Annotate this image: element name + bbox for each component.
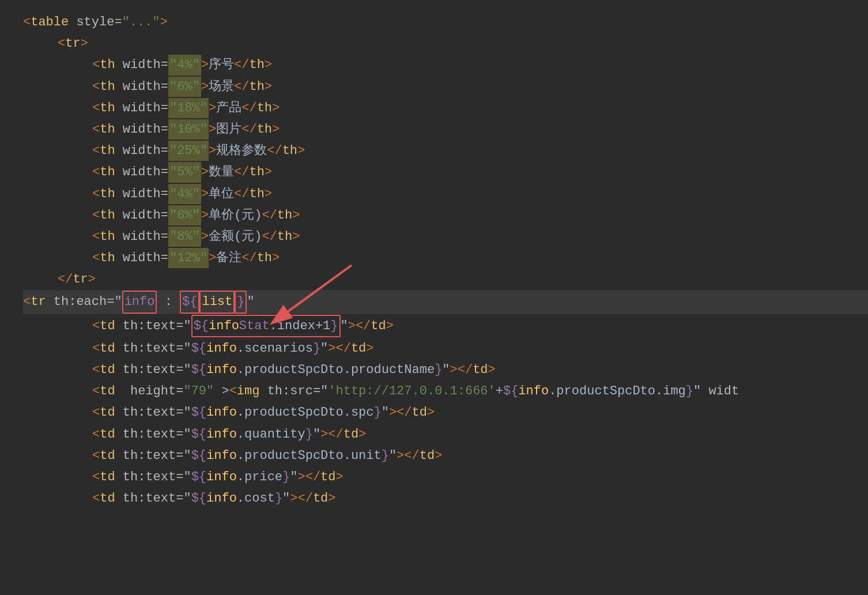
line-th-2: <th width="6%">场景</th> bbox=[23, 76, 868, 97]
line-td-8: <td th:text="${info.price}"></td> bbox=[23, 466, 868, 488]
line-th-9: <th width="8%">金额(元)</th> bbox=[23, 226, 868, 247]
line-td-1: <td th:text="${infoStat.index+1}"></td> bbox=[23, 314, 868, 338]
line-td-3: <td th:text="${info.productSpcDto.produc… bbox=[23, 359, 868, 381]
line-tr-open: <tr> bbox=[23, 33, 868, 54]
tag-bracket-close: > bbox=[160, 12, 168, 32]
line-table: <table style="..."> bbox=[23, 12, 868, 33]
line-th-6: <th width="5%">数量</th> bbox=[23, 161, 868, 183]
line-tr-close: </tr> bbox=[23, 269, 868, 290]
line-td-5: <td th:text="${info.productSpcDto.spc}">… bbox=[23, 402, 868, 423]
line-td-2: <td th:text="${info.scenarios}"></td> bbox=[23, 338, 868, 359]
line-th-1: <th width="4%">序号</th> bbox=[23, 54, 868, 76]
line-th-3: <th width="18%">产品</th> bbox=[23, 97, 868, 119]
code-block: <table style="..."> <tr> <th width="4%">… bbox=[23, 12, 868, 509]
line-td-9: <td th:text="${info.cost}"></td> bbox=[23, 488, 868, 509]
line-th-4: <th width="10%">图片</th> bbox=[23, 119, 868, 140]
line-td-7: <td th:text="${info.productSpcDto.unit}"… bbox=[23, 445, 868, 466]
line-td-6: <td th:text="${info.quantity}"></td> bbox=[23, 424, 868, 445]
line-th-8: <th width="8%">单价(元)</th> bbox=[23, 205, 868, 226]
tag-bracket: < bbox=[23, 12, 31, 32]
line-td-4: <td height="79" ><img th:src="'http://12… bbox=[23, 381, 868, 402]
line-th-7: <th width="4%">单位</th> bbox=[23, 183, 868, 205]
line-th-5: <th width="25%">规格参数</th> bbox=[23, 140, 868, 161]
attr-name: style= bbox=[69, 12, 122, 32]
attr-value: "..." bbox=[122, 12, 160, 32]
line-tr-each: <tr th:each="info : ${list}" bbox=[23, 290, 868, 314]
tag-name: table bbox=[31, 12, 69, 32]
code-editor: <table style="..."> <tr> <th width="4%">… bbox=[0, 0, 868, 521]
line-th-10: <th width="12%">备注</th> bbox=[23, 247, 868, 269]
